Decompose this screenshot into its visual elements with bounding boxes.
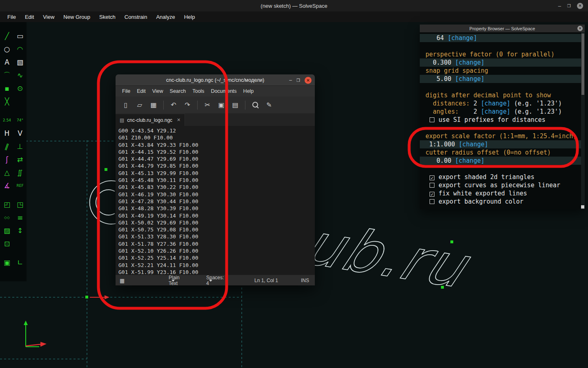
cut-icon[interactable]: ✂: [200, 99, 214, 111]
reference-dimension-icon[interactable]: REF: [13, 179, 27, 192]
distance-constraint-icon[interactable]: 2.54: [0, 114, 13, 127]
curvature-constraint-icon[interactable]: ∬: [13, 166, 27, 179]
checkbox[interactable]: [430, 199, 434, 204]
sketch-point[interactable]: [85, 296, 88, 298]
open-icon[interactable]: ▱: [133, 99, 147, 111]
minimize-icon[interactable]: –: [558, 3, 561, 9]
copy-group-tool-icon[interactable]: ▣: [0, 256, 13, 269]
equal-constraint-icon[interactable]: △: [0, 166, 13, 179]
editor-menu-item-help[interactable]: Help: [240, 88, 257, 94]
cursor-position: Ln 1, Col 1: [254, 275, 278, 286]
construction-line-tool-icon[interactable]: ╳: [0, 95, 13, 108]
property-row-label: perspective factor (0 for parallel): [420, 50, 585, 58]
editor-titlebar[interactable]: cnc-club.ru_logo.ngc (~/_sync/cnc/модели…: [116, 74, 315, 86]
circle-tool-icon[interactable]: ○: [0, 43, 13, 56]
redo-icon[interactable]: ↷: [180, 99, 194, 111]
gcode-text[interactable]: G00 X-43.54 Y29.12 G01 Z10.00 F10.00 G01…: [116, 126, 315, 275]
text-tool-icon[interactable]: A: [0, 56, 13, 69]
property-row-value: 0.00 [change]: [420, 157, 585, 165]
change-link[interactable]: [change]: [444, 34, 477, 42]
parallel-constraint-icon[interactable]: ∥: [0, 138, 16, 155]
paste-icon[interactable]: ▤: [228, 99, 242, 111]
editor-menu-item-edit[interactable]: Edit: [134, 88, 149, 94]
editor-menu-item-tools[interactable]: Tools: [189, 88, 207, 94]
menu-item-constrain[interactable]: Constrain: [120, 14, 152, 20]
checkbox[interactable]: [430, 183, 434, 188]
tab-width-selector[interactable]: Spaces: 4: [206, 275, 212, 286]
sketch-point[interactable]: [105, 168, 107, 171]
scrollbar-grip[interactable]: [581, 205, 584, 209]
line-tool-icon[interactable]: ╱: [0, 29, 13, 43]
change-link[interactable]: [change]: [451, 157, 484, 164]
menu-item-view[interactable]: View: [38, 14, 59, 20]
editor-menu-item-search[interactable]: Search: [167, 88, 189, 94]
scrollbar[interactable]: [581, 32, 585, 209]
menu-item-file[interactable]: File: [3, 14, 20, 20]
change-link[interactable]: [change]: [481, 108, 510, 115]
point-tool-icon[interactable]: ▪: [0, 82, 13, 95]
horizontal-constraint-icon[interactable]: H: [0, 127, 13, 140]
datum-axis-tool-icon[interactable]: ↕: [13, 224, 27, 237]
replace-icon[interactable]: ✎: [262, 99, 276, 111]
editor-tab[interactable]: ▤ cnc-club.ru_logo.ngc ✕: [116, 114, 185, 126]
change-link[interactable]: [change]: [455, 141, 488, 148]
editor-text-area[interactable]: G00 X-43.54 Y29.12 G01 Z10.00 F10.00 G01…: [116, 126, 315, 275]
change-link[interactable]: [change]: [481, 100, 510, 107]
menu-item-new-group[interactable]: New Group: [59, 14, 95, 20]
checkbox[interactable]: ✓: [430, 175, 434, 180]
editor-close-icon[interactable]: ✕: [305, 77, 312, 84]
arc-tool-icon[interactable]: ◠: [13, 43, 27, 56]
vertical-constraint-icon[interactable]: V: [13, 127, 27, 140]
checkbox[interactable]: [430, 117, 434, 122]
editor-menu-item-documents[interactable]: Documents: [207, 88, 240, 94]
save-icon[interactable]: ▦: [147, 99, 160, 111]
editor-menu-item-view[interactable]: View: [149, 88, 167, 94]
logo-letter-arc-inner: [96, 190, 115, 215]
statusbar-grid-icon[interactable]: ▦: [120, 275, 125, 286]
construction-circle-tool-icon[interactable]: ⊙: [13, 82, 27, 95]
property-row-value: 0.300 [change]: [420, 58, 585, 67]
image-tool-icon[interactable]: ▧: [13, 56, 27, 69]
close-icon[interactable]: ✕: [577, 3, 583, 9]
change-link[interactable]: [change]: [451, 59, 484, 66]
sketch-point[interactable]: [441, 286, 444, 289]
spline-tool-icon[interactable]: ∿: [13, 69, 27, 82]
angle-bisector-constraint-icon[interactable]: ∡: [0, 179, 13, 192]
language-selector[interactable]: Plain Text: [169, 275, 175, 286]
perpendicular-constraint-icon[interactable]: ⊥: [13, 140, 27, 153]
tangent-arc-tool-icon[interactable]: ⌒: [0, 69, 13, 82]
lathe-tool-icon[interactable]: ◳: [13, 198, 27, 211]
section-tool-icon[interactable]: ▨: [0, 224, 13, 237]
corner-tool-icon[interactable]: ∟: [13, 256, 27, 269]
rectangle-tool-icon[interactable]: ▭: [13, 29, 27, 43]
tab-close-icon[interactable]: ✕: [177, 117, 180, 123]
scrollbar-thumb[interactable]: [581, 34, 584, 95]
editor-menu-item-file[interactable]: File: [119, 88, 134, 94]
extrude-tool-icon[interactable]: ◰: [0, 198, 13, 211]
editor-restore-icon[interactable]: ❒: [296, 78, 300, 83]
menu-item-edit[interactable]: Edit: [20, 14, 38, 20]
angle-constraint-icon[interactable]: 74°: [13, 114, 27, 127]
step-rotate-tool-icon[interactable]: ≡: [13, 211, 27, 224]
sketch-point[interactable]: [450, 240, 453, 243]
copy-icon[interactable]: ▣: [214, 99, 228, 111]
symmetric-constraint-icon[interactable]: ⇄: [13, 153, 27, 166]
property-browser-close-icon[interactable]: ✕: [577, 26, 583, 31]
editor-window[interactable]: cnc-club.ru_logo.ngc (~/_sync/cnc/модели…: [116, 74, 315, 285]
menu-item-analyze[interactable]: Analyze: [151, 14, 179, 20]
image-frame-tool-icon[interactable]: ⊡: [0, 237, 13, 250]
change-link[interactable]: [change]: [451, 75, 484, 83]
step-translate-tool-icon[interactable]: ◇◇: [0, 211, 13, 224]
restore-icon[interactable]: ❒: [567, 4, 571, 8]
property-browser[interactable]: Property Browser — SolveSpace ✕ 64 [chan…: [420, 25, 585, 209]
checkbox[interactable]: ✓: [430, 192, 434, 197]
editor-minimize-icon[interactable]: –: [289, 77, 292, 83]
on-curve-constraint-icon[interactable]: ʃ: [0, 153, 13, 166]
menu-item-help[interactable]: Help: [180, 14, 200, 20]
new-document-icon[interactable]: ▯: [119, 99, 133, 111]
property-browser-titlebar[interactable]: Property Browser — SolveSpace ✕: [420, 25, 585, 32]
menu-item-sketch[interactable]: Sketch: [95, 14, 120, 20]
main-titlebar[interactable]: (new sketch) — SolveSpace – ❒ ✕: [0, 0, 588, 11]
find-icon[interactable]: [248, 99, 262, 111]
undo-icon[interactable]: ↶: [167, 99, 180, 111]
